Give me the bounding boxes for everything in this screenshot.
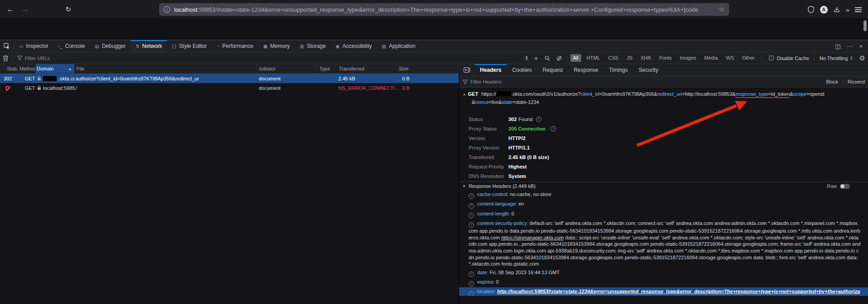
- col-type[interactable]: Type ▲: [317, 64, 336, 73]
- header-help-icon[interactable]: ?: [469, 271, 474, 277]
- det-tab-cookies[interactable]: Cookies: [507, 64, 537, 76]
- response-header-row[interactable]: ?content-languageen: [459, 200, 868, 209]
- overflow-chevron-icon[interactable]: »: [846, 6, 849, 14]
- resend-button[interactable]: Resend: [846, 79, 866, 84]
- tab-debugger[interactable]: ▤ Debugger: [90, 40, 131, 52]
- request-type-filters: All HTML CSS JS XHR Fonts Images Media W…: [569, 54, 759, 62]
- det-tab-request[interactable]: Request: [537, 64, 569, 76]
- tab-label: Style Editor: [179, 43, 207, 49]
- collapse-icon[interactable]: ▼: [462, 184, 466, 188]
- reload-button[interactable]: ↻: [62, 4, 74, 15]
- expand-icon[interactable]: ▸: [464, 92, 466, 97]
- header-help-icon[interactable]: ?: [469, 222, 474, 228]
- summary-row: Proxy Status 200 Connection?: [459, 124, 868, 133]
- status-text: 302: [4, 76, 12, 81]
- help-icon[interactable]: ?: [550, 126, 556, 131]
- filter-all[interactable]: All: [570, 54, 581, 62]
- request-url-block[interactable]: ▸GEThttps://.okta.com/oauth2/v1/authoriz…: [459, 88, 868, 108]
- header-help-icon[interactable]: ?: [469, 203, 474, 209]
- col-domain[interactable]: Domain ▲: [36, 64, 75, 73]
- help-icon[interactable]: ?: [536, 117, 541, 122]
- shield-extension-icon[interactable]: [807, 6, 815, 13]
- header-help-icon[interactable]: ?: [469, 193, 474, 199]
- throttling-value: No Throttling: [820, 56, 848, 61]
- tab-console[interactable]: ›_ Console: [53, 40, 90, 52]
- clear-requests-icon[interactable]: [3, 55, 9, 61]
- response-headers-section-header[interactable]: ▼ Response Headers (2.449 kB) Raw: [459, 182, 868, 190]
- site-info-icon[interactable]: i: [164, 6, 170, 13]
- transferred-text: NS_ERROR_CONNECTI…: [338, 85, 399, 91]
- tab-performance[interactable]: ◔ Performance: [212, 40, 258, 52]
- col-initiator[interactable]: Initiator ▲: [257, 64, 317, 73]
- menu-icon[interactable]: [855, 7, 862, 12]
- meatball-menu-icon[interactable]: ⋯: [847, 43, 853, 50]
- tab-accessibility[interactable]: ◉ Accessibility: [331, 40, 377, 52]
- header-help-icon[interactable]: ?: [469, 281, 474, 286]
- url-segment: =state-1234: [512, 99, 539, 105]
- block-requests-icon[interactable]: [557, 56, 561, 61]
- request-row[interactable]: 302 GET .okta.com authorize?client_id=0o…: [0, 74, 459, 83]
- response-header-row[interactable]: ?cache-controlno-cache, no-store: [459, 190, 868, 200]
- url-segment: state: [502, 99, 512, 105]
- pause-recording-icon[interactable]: ‖: [526, 55, 528, 61]
- search-icon[interactable]: [545, 56, 550, 61]
- back-button[interactable]: ←: [5, 4, 16, 15]
- bookmark-star-icon[interactable]: ☆: [719, 5, 725, 14]
- account-extension-icon[interactable]: A: [820, 6, 828, 14]
- tab-style-editor[interactable]: { } Style Editor: [167, 40, 212, 52]
- page-scrollbar[interactable]: [863, 20, 867, 31]
- det-tab-response[interactable]: Response: [568, 64, 603, 76]
- header-value-link[interactable]: https://oinmanager.okta.com: [501, 235, 564, 240]
- filter-xhr[interactable]: XHR: [638, 54, 654, 62]
- url-bar[interactable]: i localhost:59853/#state=state-1234&erro…: [159, 3, 729, 16]
- det-tab-headers[interactable]: Headers: [474, 64, 507, 76]
- pick-element-icon[interactable]: [0, 40, 14, 52]
- filter-urls-input[interactable]: [25, 56, 93, 61]
- tab-network[interactable]: ⇅ Network: [131, 40, 167, 52]
- det-tab-timings[interactable]: Timings: [603, 64, 633, 76]
- raw-toggle[interactable]: [840, 184, 850, 189]
- det-tab-security[interactable]: Security: [633, 64, 664, 76]
- filter-headers-input[interactable]: [470, 79, 561, 84]
- summary-value-suffix: Found: [518, 117, 532, 122]
- filter-html[interactable]: HTML: [584, 54, 603, 62]
- tab-inspector[interactable]: ▭ Inspector: [14, 40, 53, 52]
- filter-fonts[interactable]: Fonts: [656, 54, 674, 62]
- checkbox-icon[interactable]: [769, 56, 774, 61]
- throttling-select[interactable]: No Throttling ▲▼: [820, 56, 853, 61]
- col-file[interactable]: File ▲: [75, 64, 257, 73]
- response-header-row[interactable]: ?content-length0: [459, 210, 868, 219]
- dock-options-icon[interactable]: ◫: [835, 43, 840, 50]
- col-status[interactable]: Status ▲: [0, 64, 18, 73]
- filter-images[interactable]: Images: [677, 54, 699, 62]
- close-devtools-icon[interactable]: ×: [859, 43, 863, 50]
- network-settings-gear-icon[interactable]: ⚙: [859, 54, 865, 62]
- filter-css[interactable]: CSS: [606, 54, 621, 62]
- split-panel-icon[interactable]: [459, 64, 474, 76]
- request-row[interactable]: GET localhost:59853 / document NS_ERROR_…: [0, 83, 459, 93]
- response-header-row[interactable]: ?expires0: [459, 278, 868, 287]
- header-help-icon[interactable]: ?: [469, 291, 474, 296]
- col-method[interactable]: Method ▲: [18, 64, 36, 73]
- header-help-icon[interactable]: ?: [469, 213, 474, 218]
- filter-js[interactable]: JS: [624, 54, 635, 62]
- header-value: 0: [496, 279, 499, 285]
- tab-storage[interactable]: ▥ Storage: [295, 40, 331, 52]
- add-request-icon[interactable]: +: [534, 54, 538, 62]
- tab-memory[interactable]: ▦ Memory: [258, 40, 295, 52]
- col-size[interactable]: Size ▲: [399, 64, 459, 73]
- save-page-icon[interactable]: [833, 6, 840, 13]
- filter-ws[interactable]: WS: [723, 54, 737, 62]
- block-button[interactable]: Block: [825, 79, 840, 84]
- disable-cache-checkbox[interactable]: Disable Cache: [769, 56, 809, 61]
- divider: [761, 55, 762, 62]
- response-header-row[interactable]: ?locationhttp://localhost:59853#state=st…: [459, 287, 868, 296]
- response-header-row[interactable]: ?content-security-policydefault-src 'sel…: [459, 219, 868, 268]
- filter-media[interactable]: Media: [702, 54, 721, 62]
- response-header-row[interactable]: ?dateFri, 08 Sep 2023 16:44:13 GMT: [459, 268, 868, 278]
- filter-other[interactable]: Other: [740, 54, 758, 62]
- forward-button[interactable]: →: [19, 4, 31, 15]
- tab-application[interactable]: ▧ Application: [377, 40, 420, 52]
- col-transferred[interactable]: Transferred ▲: [336, 64, 399, 73]
- summary-row: Status 302Found?: [459, 114, 868, 124]
